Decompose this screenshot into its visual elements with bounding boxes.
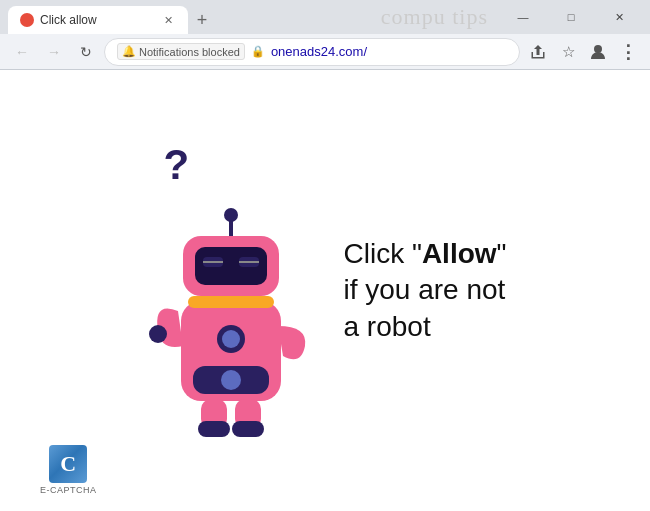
notification-blocked-badge: 🔔 Notifications blocked	[117, 43, 245, 60]
active-tab[interactable]: Click allow ✕	[8, 6, 188, 34]
svg-rect-9	[188, 296, 274, 308]
allow-bold: Allow	[422, 238, 497, 269]
svg-rect-19	[198, 421, 230, 437]
ecaptcha-label: E-CAPTCHA	[40, 485, 97, 495]
minimize-button[interactable]: —	[500, 0, 546, 34]
ecaptcha-logo-icon: C	[49, 445, 87, 483]
forward-button[interactable]: →	[40, 38, 68, 66]
profile-button[interactable]	[584, 38, 612, 66]
window-controls: — □ ✕	[500, 0, 642, 34]
message-line3: a robot	[343, 311, 430, 342]
maximize-button[interactable]: □	[548, 0, 594, 34]
refresh-button[interactable]: ↻	[72, 38, 100, 66]
svg-point-0	[594, 45, 602, 53]
robot-illustration: ?	[143, 141, 323, 441]
svg-point-4	[221, 370, 241, 390]
address-bar: ← → ↻ 🔔 Notifications blocked 🔒 onenads2…	[0, 34, 650, 70]
back-button[interactable]: ←	[8, 38, 36, 66]
svg-point-16	[224, 208, 238, 222]
page-content: ?	[0, 70, 650, 511]
lock-icon: 🔒	[251, 45, 265, 58]
url-display: onenads24.com/	[271, 44, 367, 59]
omnibox[interactable]: 🔔 Notifications blocked 🔒 onenads24.com/	[104, 38, 520, 66]
message-line1: Click "Allow"	[343, 238, 506, 269]
svg-point-1	[149, 325, 167, 343]
bell-icon: 🔔	[122, 45, 136, 58]
new-tab-button[interactable]: +	[188, 6, 216, 34]
message-text: Click "Allow" if you are not a robot	[343, 236, 506, 345]
toolbar-actions: ☆ ⋮	[524, 38, 642, 66]
close-button[interactable]: ✕	[596, 0, 642, 34]
svg-point-6	[222, 330, 240, 348]
watermark: compu tips	[381, 4, 488, 30]
robot-svg	[143, 171, 318, 441]
svg-rect-20	[232, 421, 264, 437]
title-bar: Click allow ✕ + compu tips — □ ✕	[0, 0, 650, 34]
chrome-window: Click allow ✕ + compu tips — □ ✕ ← → ↻ 🔔…	[0, 0, 650, 511]
menu-button[interactable]: ⋮	[614, 38, 642, 66]
tab-favicon	[20, 13, 34, 27]
tab-close-button[interactable]: ✕	[160, 12, 176, 28]
bookmark-button[interactable]: ☆	[554, 38, 582, 66]
share-button[interactable]	[524, 38, 552, 66]
ecaptcha-badge: C E-CAPTCHA	[40, 445, 97, 495]
message-line2: if you are not	[343, 274, 505, 305]
tab-title: Click allow	[40, 13, 154, 27]
tab-area: Click allow ✕ +	[8, 0, 377, 34]
content-area: ?	[123, 121, 526, 461]
